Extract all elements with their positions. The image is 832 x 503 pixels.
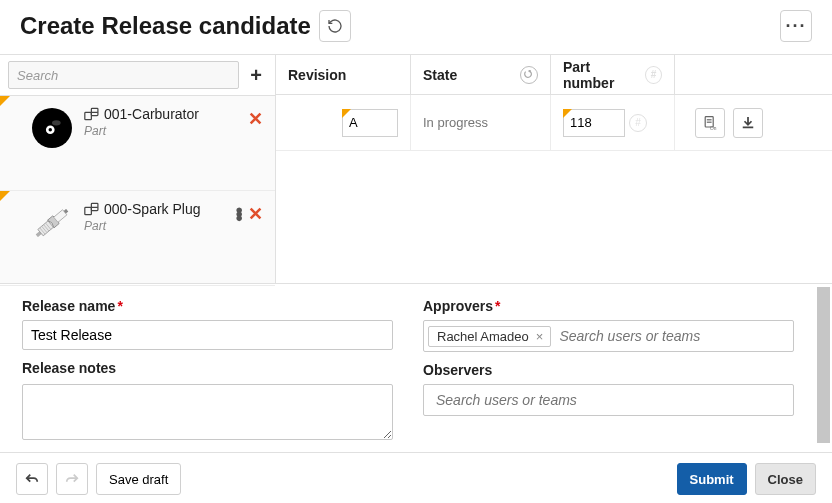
part-icon (84, 107, 102, 121)
part-name: 000-Spark Plug (104, 201, 201, 217)
redo-button[interactable] (56, 463, 88, 495)
approvers-input[interactable]: Rachel Amadeo × (423, 320, 794, 352)
svg-rect-21 (743, 126, 754, 128)
column-header-partnumber-label: Part number (563, 59, 639, 91)
redo-icon (65, 472, 79, 486)
part-more-button[interactable]: ●●● (235, 208, 240, 220)
approver-tag-label: Rachel Amadeo (437, 329, 529, 344)
page-title: Create Release candidate (20, 12, 311, 40)
release-name-input[interactable] (22, 320, 393, 350)
undo-button[interactable] (16, 463, 48, 495)
table-row: In progress # On (276, 95, 832, 151)
part-name: 001-Carburator (104, 106, 199, 122)
svg-text:On: On (710, 126, 717, 131)
release-notes-label: Release notes (22, 360, 393, 376)
refresh-button[interactable] (319, 10, 351, 42)
partnumber-header-icon[interactable]: # (645, 66, 662, 84)
scrollbar-thumb[interactable] (817, 287, 830, 443)
column-header-state[interactable]: State (411, 55, 551, 94)
svg-rect-4 (85, 112, 92, 119)
search-input[interactable] (8, 61, 239, 89)
save-draft-button[interactable]: Save draft (96, 463, 181, 495)
undo-icon (25, 472, 39, 486)
remove-part-button[interactable]: ✕ (248, 205, 263, 223)
svg-point-2 (49, 128, 52, 131)
refresh-icon (327, 18, 343, 34)
row-action-download[interactable] (733, 108, 763, 138)
svg-point-3 (52, 120, 61, 125)
remove-part-button[interactable]: ✕ (248, 110, 263, 128)
approvers-label: Approvers* (423, 298, 794, 314)
part-type: Part (84, 124, 248, 138)
remove-tag-button[interactable]: × (533, 329, 547, 344)
release-notes-textarea[interactable] (22, 384, 393, 440)
observers-label: Observers (423, 362, 794, 378)
download-icon (741, 116, 755, 130)
release-name-label: Release name* (22, 298, 393, 314)
column-header-revision[interactable]: Revision (276, 55, 411, 94)
revision-table: Revision State Part number # In progress (276, 55, 832, 283)
part-type: Part (84, 219, 235, 233)
partnumber-generate-icon[interactable]: # (629, 114, 647, 132)
parts-sidebar: + 001-Carburator Part ✕ (0, 55, 276, 283)
part-icon (84, 202, 102, 216)
approvers-search[interactable] (555, 324, 789, 348)
close-button[interactable]: Close (755, 463, 816, 495)
more-menu-button[interactable]: ··· (780, 10, 812, 42)
partnumber-input[interactable] (563, 109, 625, 137)
state-filter-icon[interactable] (520, 66, 538, 84)
document-icon: On (702, 115, 718, 131)
revision-input[interactable] (342, 109, 398, 137)
add-part-button[interactable]: + (245, 64, 267, 86)
part-thumbnail (32, 108, 72, 148)
row-action-1[interactable]: On (695, 108, 725, 138)
svg-rect-15 (85, 207, 92, 214)
approver-tag: Rachel Amadeo × (428, 326, 551, 347)
part-item[interactable]: 001-Carburator Part ✕ (0, 96, 275, 191)
state-value: In progress (411, 95, 551, 150)
column-header-state-label: State (423, 67, 457, 83)
observers-input[interactable] (423, 384, 794, 416)
part-item[interactable]: 000-Spark Plug Part ●●● ✕ (0, 191, 275, 286)
part-thumbnail (32, 203, 72, 243)
submit-button[interactable]: Submit (677, 463, 747, 495)
column-header-partnumber[interactable]: Part number # (551, 55, 675, 94)
observers-search[interactable] (432, 388, 785, 412)
